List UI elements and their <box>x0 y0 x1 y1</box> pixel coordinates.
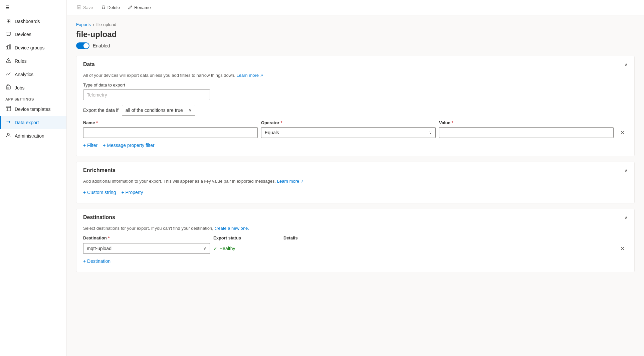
data-export-icon <box>5 119 11 126</box>
data-section: Data ∧ All of your devices will export d… <box>76 56 635 156</box>
destinations-section-chevron: ∧ <box>625 215 628 220</box>
svg-rect-4 <box>6 46 7 49</box>
enabled-toggle[interactable] <box>76 42 89 49</box>
delete-icon <box>101 5 106 10</box>
destination-row: mqtt-upload ∨ ✓ Healthy ✕ <box>83 243 628 254</box>
add-filter-button[interactable]: + Filter <box>83 141 97 149</box>
sidebar-item-data-export[interactable]: Data export <box>0 116 66 129</box>
enabled-label: Enabled <box>93 43 110 48</box>
export-condition-row: Export the data if all of the conditions… <box>83 105 628 116</box>
data-section-header[interactable]: Data ∧ <box>76 56 634 73</box>
toolbar: Save Delete Rename <box>67 0 644 15</box>
jobs-icon <box>5 84 11 91</box>
sidebar-item-device-groups[interactable]: Device groups <box>0 41 66 54</box>
analytics-icon <box>5 71 11 78</box>
enrichments-section-chevron: ∧ <box>625 168 628 173</box>
enrichments-learn-more-link[interactable]: Learn more ↗ <box>277 179 303 184</box>
operator-required: * <box>281 120 282 125</box>
enabled-toggle-row: Enabled <box>76 42 635 49</box>
filter-remove-button[interactable]: ✕ <box>617 128 628 137</box>
delete-button[interactable]: Delete <box>98 3 124 12</box>
toggle-thumb <box>83 43 89 48</box>
filter-row: multipart-message Equals ∨ yes ✕ <box>83 127 628 138</box>
destination-remove-button[interactable]: ✕ <box>617 244 628 253</box>
svg-rect-0 <box>6 32 11 35</box>
destinations-table-header: Destination * Export status Details <box>83 235 628 240</box>
enrichments-section-body: Add additional information to your expor… <box>76 179 634 203</box>
operator-col-label: Operator * <box>261 120 436 125</box>
export-condition-select[interactable]: all of the conditions are true ∨ <box>122 105 195 116</box>
type-of-data-label: Type of data to export <box>83 82 628 87</box>
add-custom-string-button[interactable]: + Custom string <box>83 188 116 196</box>
content-area: Exports › file-upload file-upload Enable… <box>67 15 644 284</box>
sidebar-item-administration[interactable]: Administration <box>0 129 66 143</box>
export-condition-label: Export the data if <box>83 108 119 113</box>
destinations-section-desc: Select destinations for your export. If … <box>83 226 628 231</box>
condition-dropdown-icon: ∨ <box>189 108 192 113</box>
svg-rect-18 <box>78 5 79 6</box>
name-col-label: Name * <box>83 120 258 125</box>
sidebar-item-label: Data export <box>15 120 39 125</box>
destinations-section: Destinations ∧ Select destinations for y… <box>76 209 635 272</box>
svg-rect-13 <box>6 106 11 111</box>
rename-button[interactable]: Rename <box>125 3 154 12</box>
value-col-label: Value * <box>439 120 614 125</box>
breadcrumb-separator: › <box>93 22 94 27</box>
value-required: * <box>452 120 453 125</box>
destination-required: * <box>108 235 110 240</box>
export-status-col-label: Export status <box>213 235 280 240</box>
data-section-body: All of your devices will export data unl… <box>76 73 634 156</box>
svg-point-9 <box>8 61 9 62</box>
type-of-data-input[interactable] <box>83 90 210 100</box>
device-groups-icon <box>5 44 11 51</box>
add-filter-row: + Filter + Message property filter <box>83 141 628 149</box>
sidebar-item-jobs[interactable]: Jobs <box>0 81 66 95</box>
enrichments-add-row: + Custom string + Property <box>83 188 628 196</box>
details-col-label: Details <box>283 235 614 240</box>
enrichments-section-header[interactable]: Enrichments ∧ <box>76 162 634 179</box>
data-section-chevron: ∧ <box>625 62 628 67</box>
sidebar-item-label: Administration <box>15 133 44 139</box>
app-settings-label: App settings <box>0 95 66 103</box>
breadcrumb-parent[interactable]: Exports <box>76 22 91 27</box>
add-destination-row: + Destination <box>83 257 628 265</box>
operator-dropdown-icon: ∨ <box>429 130 432 135</box>
svg-rect-5 <box>8 45 9 49</box>
dashboards-icon: ⊞ <box>5 18 11 24</box>
sidebar-item-label: Device groups <box>15 45 45 50</box>
sidebar-item-devices[interactable]: Devices <box>0 28 66 41</box>
data-learn-more-link[interactable]: Learn more ↗ <box>237 73 263 78</box>
sidebar-item-label: Rules <box>15 58 27 64</box>
destinations-section-header[interactable]: Destinations ∧ <box>76 209 634 226</box>
rules-icon <box>5 58 11 64</box>
destinations-section-body: Select destinations for your export. If … <box>76 226 634 272</box>
sidebar-item-analytics[interactable]: Analytics <box>0 68 66 81</box>
save-button[interactable]: Save <box>73 3 96 12</box>
enrichments-section: Enrichments ∧ Add additional information… <box>76 162 635 203</box>
sidebar-item-rules[interactable]: Rules <box>0 54 66 68</box>
hamburger-button[interactable]: ☰ <box>0 0 66 15</box>
destinations-create-link[interactable]: create a new one. <box>214 226 249 231</box>
filter-name-input[interactable]: multipart-message <box>83 127 258 138</box>
sidebar-item-label: Jobs <box>15 85 25 91</box>
main-content: Save Delete Rename Exports › file-upload… <box>67 0 644 356</box>
add-destination-button[interactable]: + Destination <box>83 257 111 265</box>
sidebar-item-label: Devices <box>15 32 31 37</box>
rename-icon <box>128 5 133 10</box>
save-icon <box>77 5 81 10</box>
add-message-property-filter-button[interactable]: + Message property filter <box>103 141 154 149</box>
breadcrumb-current: file-upload <box>96 22 116 27</box>
filter-value-input[interactable]: yes <box>439 127 614 138</box>
filter-operator-select[interactable]: Equals ∨ <box>261 127 436 138</box>
breadcrumb: Exports › file-upload <box>76 22 635 27</box>
name-required: * <box>96 120 98 125</box>
page-title: file-upload <box>76 30 635 39</box>
add-property-button[interactable]: + Property <box>121 188 143 196</box>
destination-select[interactable]: mqtt-upload ∨ <box>83 243 210 254</box>
sidebar-item-label: Device templates <box>15 107 50 112</box>
sidebar-item-device-templates[interactable]: Device templates <box>0 103 66 116</box>
enrichments-section-desc: Add additional information to your expor… <box>83 179 628 184</box>
sidebar-item-dashboards[interactable]: ⊞ Dashboards <box>0 15 66 28</box>
svg-rect-6 <box>9 45 11 49</box>
administration-icon <box>5 133 11 139</box>
